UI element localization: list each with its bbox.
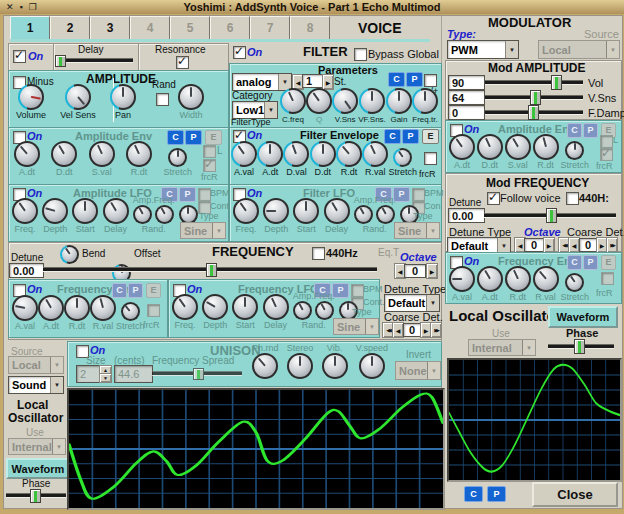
knob-q[interactable] bbox=[306, 88, 332, 114]
tab-voice-8[interactable]: 8 bbox=[290, 16, 330, 40]
knob-ph-rnd[interactable] bbox=[252, 353, 278, 379]
knob-a-dt[interactable] bbox=[14, 141, 40, 167]
tab-voice-1[interactable]: 1 bbox=[10, 16, 50, 40]
delay-slider-handle[interactable] bbox=[55, 55, 66, 67]
knob-s-val[interactable] bbox=[89, 141, 115, 167]
unison-invert-select[interactable]: None bbox=[395, 361, 441, 380]
mod-volume-slider[interactable] bbox=[485, 75, 583, 88]
knob-freq[interactable] bbox=[233, 198, 259, 224]
knob-gain[interactable] bbox=[386, 88, 412, 114]
mod-use-select[interactable]: Internal bbox=[468, 339, 536, 356]
knob-d-dt[interactable] bbox=[477, 134, 503, 160]
mod-fdamp-slider[interactable] bbox=[485, 105, 583, 118]
knob-freq[interactable] bbox=[12, 198, 38, 224]
modulator-copy-button[interactable]: C bbox=[464, 486, 483, 502]
sound-select[interactable]: Sound bbox=[8, 376, 64, 394]
knob-stretch[interactable] bbox=[565, 273, 584, 292]
mod-detune-slider[interactable] bbox=[484, 208, 616, 221]
knob-stretch[interactable] bbox=[168, 148, 187, 167]
knob-r-dt[interactable] bbox=[64, 295, 90, 321]
knob-r-dt[interactable] bbox=[533, 134, 559, 160]
mod-fdamp-handle[interactable] bbox=[528, 105, 539, 120]
knob-d-val[interactable] bbox=[283, 141, 309, 167]
knob-d-dt[interactable] bbox=[310, 141, 336, 167]
mod-velsns-handle[interactable] bbox=[530, 90, 541, 105]
knob-depth[interactable] bbox=[263, 198, 289, 224]
knob-freq-tr[interactable] bbox=[412, 88, 438, 114]
knob-c-freq[interactable] bbox=[280, 88, 306, 114]
mod-phase-slider[interactable] bbox=[548, 339, 614, 352]
tab-voice-4[interactable]: 4 bbox=[130, 16, 170, 40]
detune-type-select[interactable]: Default bbox=[384, 294, 440, 312]
delay-slider[interactable] bbox=[57, 55, 133, 65]
mod-velsns-slider[interactable] bbox=[485, 90, 583, 103]
detune-slider[interactable] bbox=[43, 263, 377, 275]
knob-vib[interactable] bbox=[322, 353, 348, 379]
knob-rand[interactable] bbox=[376, 205, 395, 224]
amp-env-edit-button[interactable]: E bbox=[205, 130, 222, 145]
amp-env-forcedrelease-checkbox[interactable] bbox=[203, 159, 216, 172]
knob-vel-sens[interactable] bbox=[65, 84, 91, 110]
filter-paste-button[interactable]: P bbox=[406, 72, 423, 87]
waveform-button[interactable]: Waveform bbox=[6, 458, 70, 479]
mod-source-select[interactable]: Local bbox=[538, 40, 620, 59]
local-osc-use-select[interactable]: Internal bbox=[8, 438, 66, 455]
filter-lfo-type-select[interactable]: Sine bbox=[394, 222, 440, 239]
knob-stereo[interactable] bbox=[287, 353, 313, 379]
knob-freq[interactable] bbox=[172, 294, 198, 320]
knob-stretch[interactable] bbox=[565, 141, 584, 160]
knob-r-val[interactable] bbox=[362, 141, 388, 167]
knob-delay[interactable] bbox=[324, 198, 350, 224]
knob-stretch[interactable] bbox=[393, 148, 412, 167]
source-select[interactable]: Local bbox=[8, 356, 64, 374]
filter-env-edit-button[interactable]: E bbox=[422, 129, 439, 144]
minimize-icon[interactable]: ▪ bbox=[20, 1, 23, 13]
freq-lfo-type-select[interactable]: Sine bbox=[333, 318, 379, 335]
knob-a-dt[interactable] bbox=[449, 134, 475, 160]
knob-v-speed[interactable] bbox=[359, 353, 385, 379]
mod-follow-voice-checkbox[interactable] bbox=[487, 192, 500, 205]
tab-voice-7[interactable]: 7 bbox=[250, 16, 290, 40]
fixed-440hz-checkbox[interactable] bbox=[312, 247, 325, 260]
mod-coarse-max-button[interactable] bbox=[606, 237, 618, 253]
bypass-global-checkbox[interactable] bbox=[354, 48, 367, 61]
knob-vf-sns[interactable] bbox=[359, 88, 385, 114]
knob-a-val[interactable] bbox=[12, 295, 38, 321]
mod-waveform-button[interactable]: Waveform bbox=[548, 306, 618, 328]
knob-a-dt[interactable] bbox=[38, 295, 64, 321]
amp-lfo-type-select[interactable]: Sine bbox=[180, 222, 226, 239]
knob-depth[interactable] bbox=[202, 294, 228, 320]
unison-size-down-button[interactable] bbox=[99, 373, 112, 383]
knob-rand[interactable] bbox=[354, 205, 373, 224]
knob-r-dt[interactable] bbox=[336, 141, 362, 167]
maximize-icon[interactable]: ❐ bbox=[29, 1, 37, 13]
knob-a-dt[interactable] bbox=[257, 141, 283, 167]
tab-voice-2[interactable]: 2 bbox=[50, 16, 90, 40]
coarse-detune-max-button[interactable] bbox=[430, 322, 442, 338]
knob-a-val[interactable] bbox=[231, 141, 257, 167]
phase-slider-handle[interactable] bbox=[30, 489, 41, 503]
mod-volume-handle[interactable] bbox=[551, 75, 562, 90]
knob-a-val[interactable] bbox=[449, 266, 475, 292]
knob-r-val[interactable] bbox=[90, 295, 116, 321]
rand-checkbox[interactable] bbox=[156, 93, 169, 106]
knob-start[interactable] bbox=[232, 294, 258, 320]
octave-increment-button[interactable] bbox=[426, 263, 438, 279]
tab-voice-5[interactable]: 5 bbox=[170, 16, 210, 40]
mod-phase-handle[interactable] bbox=[574, 339, 585, 354]
mod-freq-env-forcedrelease-checkbox[interactable] bbox=[601, 272, 614, 285]
knob-s-val[interactable] bbox=[505, 134, 531, 160]
resonance-checkbox[interactable] bbox=[176, 56, 189, 69]
freq-env-forcedrelease-checkbox[interactable] bbox=[147, 304, 160, 317]
unison-spread-handle[interactable] bbox=[193, 368, 204, 380]
close-button[interactable]: Close bbox=[532, 482, 618, 507]
knob-r-val[interactable] bbox=[533, 266, 559, 292]
knob-r-dt[interactable] bbox=[505, 266, 531, 292]
knob-rand[interactable] bbox=[293, 301, 312, 320]
knob-a-dt[interactable] bbox=[477, 266, 503, 292]
knob-start[interactable] bbox=[72, 198, 98, 224]
mod-freq-env-edit-button[interactable]: E bbox=[601, 255, 616, 270]
knob-rand[interactable] bbox=[133, 205, 152, 224]
knob-depth[interactable] bbox=[42, 198, 68, 224]
tab-voice-6[interactable]: 6 bbox=[210, 16, 250, 40]
